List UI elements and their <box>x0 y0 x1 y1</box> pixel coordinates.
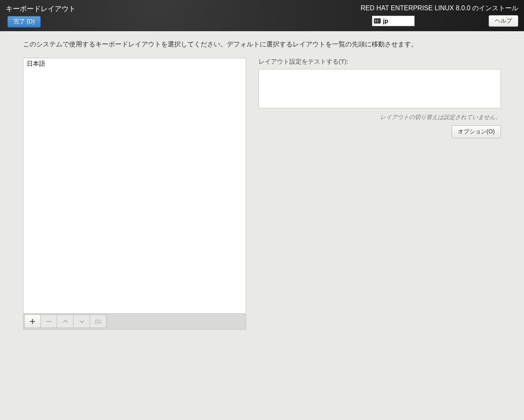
options-button[interactable]: オプション(O) <box>452 125 501 138</box>
minus-icon <box>46 318 52 325</box>
svg-rect-0 <box>46 321 51 322</box>
keyboard-icon <box>374 18 381 23</box>
test-layout-input[interactable] <box>259 69 501 108</box>
header-left: キーボードレイアウト 完了 (D) <box>6 4 76 31</box>
svg-rect-3 <box>97 321 98 321</box>
help-button[interactable]: ヘルプ <box>489 15 518 27</box>
list-item[interactable]: 日本語 <box>23 58 246 69</box>
add-layout-button[interactable] <box>24 314 41 328</box>
move-down-button[interactable] <box>74 314 90 328</box>
svg-rect-5 <box>99 321 100 321</box>
layout-column: 日本語 <box>23 58 246 330</box>
keyboard-icon <box>95 318 102 325</box>
header-right: RED HAT ENTERPRISE LINUX 8.0.0 のインストール j… <box>361 4 518 31</box>
chevron-down-icon <box>78 318 85 325</box>
svg-rect-2 <box>96 321 97 321</box>
svg-rect-6 <box>97 322 100 323</box>
layout-list[interactable]: 日本語 <box>23 58 246 314</box>
done-button[interactable]: 完了 (D) <box>7 16 41 28</box>
page-title: キーボードレイアウト <box>6 4 76 14</box>
layout-switch-note: レイアウトの切り替えは設定されていません。 <box>259 114 501 121</box>
svg-rect-4 <box>98 321 99 321</box>
svg-rect-1 <box>95 320 101 324</box>
distro-title: RED HAT ENTERPRISE LINUX 8.0.0 のインストール <box>361 4 518 13</box>
instruction-text: このシステムで使用するキーボードレイアウトを選択してください。デフォルトに選択す… <box>23 40 501 49</box>
remove-layout-button[interactable] <box>41 314 57 328</box>
header-bar: キーボードレイアウト 完了 (D) RED HAT ENTERPRISE LIN… <box>0 0 524 31</box>
preview-keyboard-button[interactable] <box>90 314 106 328</box>
test-column: レイアウト設定をテストする(T): レイアウトの切り替えは設定されていません。 … <box>259 58 501 330</box>
content-area: このシステムで使用するキーボードレイアウトを選択してください。デフォルトに選択す… <box>0 31 524 339</box>
plus-icon <box>29 318 36 325</box>
test-layout-label: レイアウト設定をテストする(T): <box>259 58 501 66</box>
lang-code: jp <box>383 18 388 24</box>
move-up-button[interactable] <box>57 314 74 328</box>
layout-toolbar <box>23 314 246 330</box>
chevron-up-icon <box>62 318 69 325</box>
keyboard-layout-indicator[interactable]: jp <box>372 16 415 26</box>
